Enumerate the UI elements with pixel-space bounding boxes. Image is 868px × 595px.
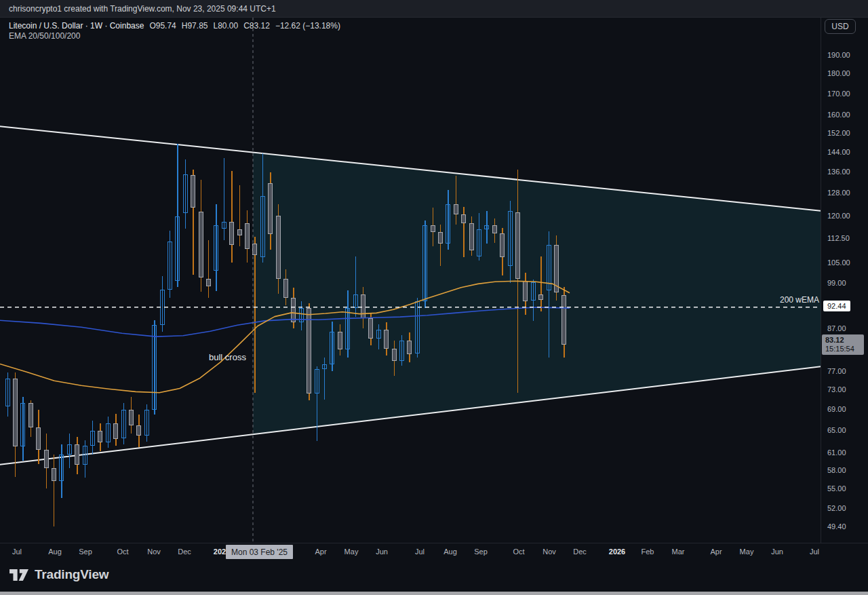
attribution-text: chrisoncrypto1 created with TradingView.…	[9, 4, 276, 14]
time-tick-label: Apr	[710, 548, 722, 556]
bottom-scroll-strip	[0, 592, 868, 595]
time-tick-label: 2026	[609, 548, 625, 556]
tradingview-logo-text: TradingView	[35, 567, 108, 582]
time-tick-label: Sep	[79, 548, 92, 556]
time-tick-label: Dec	[178, 548, 191, 556]
price-tick-label: 65.00	[827, 426, 846, 434]
time-tick-label: Jul	[12, 548, 22, 556]
ohlc-open: O95.74	[149, 21, 176, 31]
tradingview-snapshot: { "topbar": { "text": "chrisoncrypto1 cr…	[0, 0, 868, 595]
indicator-line-layer	[0, 18, 821, 543]
currency-toggle-button[interactable]: USD	[825, 19, 856, 34]
price-tick-label: 180.00	[827, 69, 850, 77]
price-tick-label: 112.50	[827, 234, 850, 242]
price-tick-label: 160.00	[827, 111, 850, 119]
time-tick-label: May	[740, 548, 754, 556]
price-tick-label: 61.00	[827, 448, 846, 457]
price-tick-label: 55.00	[827, 484, 846, 493]
time-tick-label: Oct	[513, 548, 524, 556]
ohlc-change: −12.62 (−13.18%)	[275, 21, 340, 31]
currency-toggle-label: USD	[831, 22, 848, 31]
time-tick-label: Jun	[771, 548, 783, 556]
time-tick-label: Aug	[48, 548, 62, 556]
footer-bar: TradingView	[0, 560, 868, 595]
chart-legend[interactable]: Litecoin / U.S. Dollar · 1W · CoinbaseO9…	[9, 21, 340, 41]
time-tick-label: Jun	[376, 548, 388, 556]
ohlc-close: C83.12	[243, 21, 270, 31]
price-tick-label: 73.00	[827, 385, 846, 394]
price-tick-label: 52.00	[827, 504, 846, 512]
time-tick-label: Feb	[642, 548, 654, 556]
price-tick-label: 170.00	[827, 90, 850, 98]
price-tick-label: 99.00	[827, 279, 846, 287]
last-price-label: 83.12 15:15:54	[822, 334, 864, 355]
indicator-legend[interactable]: EMA 20/50/100/200	[9, 31, 340, 41]
price-tick-label: 69.00	[827, 405, 846, 413]
time-axis[interactable]: Mon 03 Feb '25 JulAugSepOctNovDec2025Mar…	[0, 543, 868, 561]
symbol-title: Litecoin / U.S. Dollar · 1W · Coinbase	[9, 21, 144, 31]
ema-line-label: 200 wEMA	[773, 295, 819, 305]
price-tick-label: 128.00	[827, 189, 850, 197]
price-tick-label: 105.00	[827, 258, 850, 267]
last-price-value: 83.12	[825, 336, 861, 345]
time-tick-label: Dec	[573, 548, 587, 556]
time-tick-label: Apr	[315, 548, 326, 556]
price-tick-label: 49.40	[827, 522, 846, 531]
price-tick-label: 144.00	[827, 148, 850, 156]
price-tick-label: 120.00	[827, 212, 850, 220]
time-tick-label: Sep	[474, 548, 488, 556]
price-tick-label: 190.00	[827, 51, 850, 59]
time-tick-label: Jul	[810, 548, 819, 556]
price-tick-label: 87.00	[827, 324, 846, 332]
symbol-row: Litecoin / U.S. Dollar · 1W · CoinbaseO9…	[9, 21, 340, 31]
time-axis-crosshair-label: Mon 03 Feb '25	[226, 545, 293, 559]
time-tick-label: Oct	[117, 548, 128, 556]
tradingview-logo[interactable]: TradingView	[9, 567, 108, 582]
tradingview-logo-icon	[9, 569, 28, 581]
chart-canvas[interactable]: Litecoin / U.S. Dollar · 1W · CoinbaseO9…	[0, 18, 821, 543]
ohlc-low: L80.00	[213, 21, 238, 31]
time-tick-label: Mar	[672, 548, 685, 556]
snapshot-attribution-bar: chrisoncrypto1 created with TradingView.…	[0, 0, 868, 18]
price-tick-label: 152.00	[827, 129, 850, 137]
price-tick-label: 58.00	[827, 466, 846, 474]
price-axis[interactable]: 92.44 83.12 15:15:54 190.00180.00170.001…	[821, 18, 868, 543]
ohlc-high: H97.85	[182, 21, 208, 31]
time-tick-label: Nov	[147, 548, 161, 556]
bull-cross-label: bull cross	[209, 352, 246, 362]
price-tick-label: 136.00	[827, 168, 850, 176]
time-tick-label: May	[344, 548, 359, 556]
price-line-label: 92.44	[823, 301, 850, 311]
time-tick-label: Nov	[542, 548, 556, 556]
price-tick-label: 77.00	[827, 367, 846, 375]
time-tick-label: Jul	[415, 548, 425, 556]
bar-countdown: 15:15:54	[825, 345, 861, 353]
time-tick-label: Aug	[443, 548, 457, 556]
chart-pane: Litecoin / U.S. Dollar · 1W · CoinbaseO9…	[0, 18, 868, 543]
